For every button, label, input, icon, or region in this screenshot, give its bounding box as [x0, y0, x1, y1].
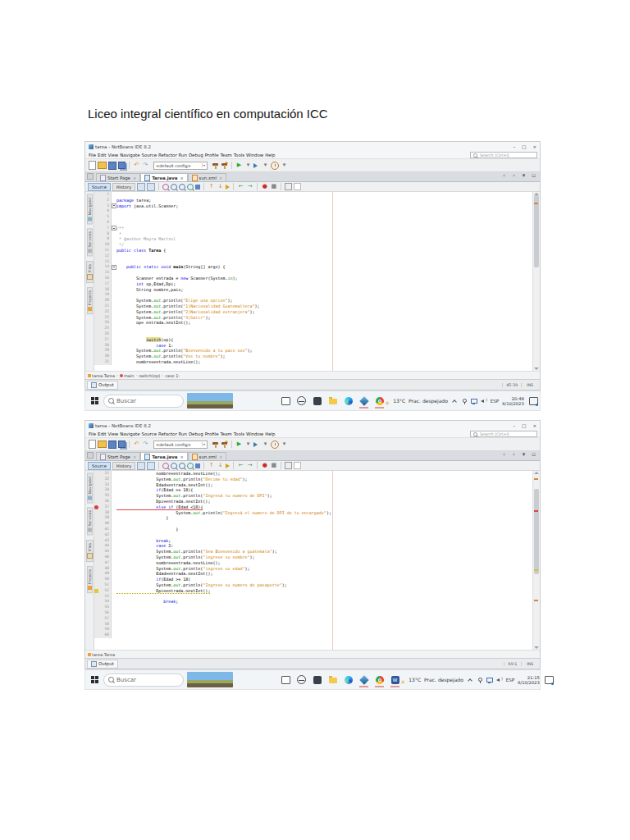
find-previous-icon[interactable]: [179, 184, 185, 190]
select-document-icon[interactable]: [195, 463, 200, 468]
save-icon[interactable]: [108, 162, 116, 170]
minimize-button[interactable]: –: [513, 423, 515, 428]
menu-profile[interactable]: Profile: [205, 153, 219, 158]
file-explorer-icon[interactable]: [327, 393, 338, 409]
debug-project-icon[interactable]: [253, 442, 260, 447]
debug-project-icon[interactable]: [253, 163, 260, 168]
shift-right-icon[interactable]: →: [246, 462, 253, 469]
scrollbar-thumb[interactable]: [534, 489, 539, 575]
save-all-icon[interactable]: [118, 441, 126, 448]
weather-widget[interactable]: [187, 672, 233, 687]
new-file-icon[interactable]: [89, 161, 96, 170]
open-project-icon[interactable]: [98, 441, 107, 448]
menu-tools[interactable]: Tools: [234, 431, 244, 436]
start-button[interactable]: [91, 397, 98, 404]
title-bar[interactable]: tarea - NetBeans IDE 8.2 – □ ×: [85, 421, 540, 430]
shift-right-icon[interactable]: →: [246, 183, 253, 190]
volume-icon[interactable]: [481, 398, 487, 404]
language-indicator[interactable]: ESP: [491, 399, 499, 404]
code-editor[interactable]: 12package tarea;3import java.util.Scanne…: [94, 192, 532, 371]
menu-navigate[interactable]: Navigate: [120, 153, 139, 158]
run-dropdown-icon[interactable]: ▾: [244, 441, 252, 448]
chrome-icon[interactable]: [374, 393, 385, 409]
shift-left-icon[interactable]: ←: [237, 462, 244, 469]
netbeans-icon[interactable]: [358, 672, 369, 687]
profile-dropdown-icon[interactable]: ▾: [281, 441, 288, 448]
editor-scrollbar[interactable]: [532, 471, 540, 650]
menu-source[interactable]: Source: [141, 153, 157, 158]
quick-search[interactable]: Search (Ctrl+I): [470, 152, 537, 158]
quick-search[interactable]: Search (Ctrl+I): [470, 431, 537, 437]
weather-temp[interactable]: 13°C: [393, 398, 405, 404]
profile-project-icon[interactable]: [271, 441, 279, 449]
scrollbar-thumb[interactable]: [534, 195, 539, 267]
menu-help[interactable]: Help: [265, 153, 275, 158]
menu-help[interactable]: Help: [265, 431, 275, 436]
side-tab-services[interactable]: Services: [87, 228, 93, 256]
menu-run[interactable]: Run: [179, 431, 187, 436]
network-icon[interactable]: [486, 677, 493, 683]
close-button[interactable]: ×: [532, 144, 536, 149]
find-next-icon[interactable]: [171, 463, 177, 469]
scroll-tabs-right-icon[interactable]: ›: [510, 451, 518, 459]
find-selection-icon[interactable]: [162, 463, 169, 469]
tab-close-icon[interactable]: ×: [133, 176, 136, 180]
new-file-icon[interactable]: [89, 440, 96, 449]
clean-build-icon[interactable]: [221, 162, 228, 169]
scroll-down-icon[interactable]: [534, 368, 539, 370]
weather-desc[interactable]: Prac. despejado: [424, 677, 463, 682]
output-tab[interactable]: Output: [87, 381, 118, 390]
notification-icon[interactable]: [529, 397, 538, 405]
notification-icon[interactable]: [545, 676, 554, 684]
weather-desc[interactable]: Prac. despejado: [409, 398, 448, 404]
tray-pin-icon[interactable]: [461, 398, 468, 404]
taskbar-clock[interactable]: 21:15 6/10/2023: [518, 675, 540, 685]
tab-close-icon[interactable]: ×: [180, 454, 183, 459]
netbeans-icon[interactable]: [358, 393, 369, 409]
shift-left-icon[interactable]: ←: [237, 183, 244, 190]
maximize-editor-icon[interactable]: ▫: [530, 451, 537, 459]
tab-dropdown-icon[interactable]: ▾: [520, 451, 527, 459]
task-view-icon[interactable]: [281, 672, 291, 687]
tab-close-icon[interactable]: ×: [219, 454, 222, 459]
breadcrumb-item[interactable]: tarea.Tarea: [88, 373, 115, 378]
menu-debug[interactable]: Debug: [189, 431, 203, 436]
scroll-tabs-left-icon[interactable]: ‹: [500, 172, 508, 180]
tab-tarea-java[interactable]: Tarea.java×: [140, 173, 187, 181]
breadcrumb-item[interactable]: switch(op): [139, 373, 160, 378]
config-select[interactable]: <default config>: [153, 441, 208, 449]
menu-view[interactable]: View: [107, 431, 118, 436]
debug-dropdown-icon[interactable]: ▾: [262, 441, 269, 448]
edge-icon[interactable]: [343, 672, 354, 687]
build-project-icon[interactable]: [212, 162, 219, 169]
menu-team[interactable]: Team: [220, 153, 231, 158]
menu-tools[interactable]: Tools: [234, 153, 244, 158]
tab-start-page[interactable]: Start Page×: [96, 452, 140, 460]
scroll-tabs-right-icon[interactable]: ›: [510, 172, 518, 180]
find-selection-icon[interactable]: [162, 184, 169, 190]
find-previous-icon[interactable]: [179, 463, 185, 469]
next-occurrence-icon[interactable]: ↓: [217, 462, 224, 469]
build-project-icon[interactable]: [212, 441, 219, 448]
menu-source[interactable]: Source: [141, 431, 157, 436]
breadcrumb-item[interactable]: case 1:: [165, 373, 180, 378]
comment-icon[interactable]: [285, 183, 292, 190]
run-project-icon[interactable]: ▶: [235, 441, 243, 448]
undo-icon[interactable]: ↶: [133, 162, 140, 169]
menu-profile[interactable]: Profile: [205, 431, 219, 436]
profile-project-icon[interactable]: [271, 162, 279, 170]
circle-app-icon[interactable]: [296, 672, 307, 687]
tab-close-icon[interactable]: ×: [180, 176, 183, 180]
side-tab-files[interactable]: Files: [86, 540, 94, 562]
minimize-button[interactable]: –: [513, 144, 515, 149]
volume-icon[interactable]: [496, 677, 503, 683]
tab-close-icon[interactable]: ×: [133, 454, 136, 459]
maximize-button[interactable]: □: [522, 144, 526, 149]
run-dropdown-icon[interactable]: ▾: [244, 162, 252, 169]
back-icon[interactable]: [147, 462, 155, 470]
config-select[interactable]: <default config>: [153, 162, 208, 170]
taskbar-search[interactable]: Buscar: [103, 673, 184, 687]
toggle-bookmark-icon[interactable]: [226, 185, 230, 189]
side-tab-files[interactable]: Files: [86, 261, 94, 283]
close-button[interactable]: ×: [532, 423, 536, 428]
